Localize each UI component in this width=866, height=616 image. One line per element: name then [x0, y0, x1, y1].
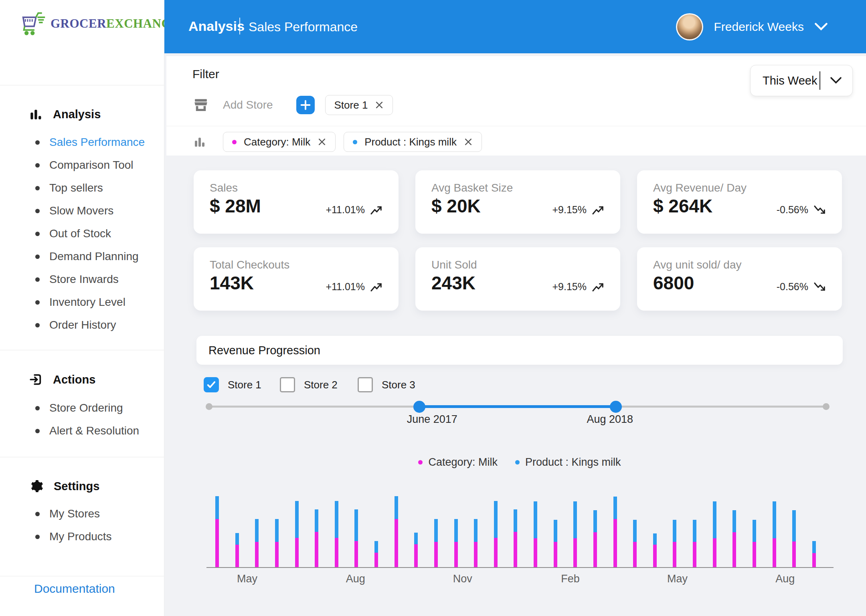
stat-label: Avg unit sold/ day [653, 259, 742, 271]
period-divider [819, 71, 820, 90]
sidebar-item-order-history[interactable]: Order History [35, 319, 116, 331]
x-axis-line [206, 567, 834, 568]
category-filter-chip[interactable]: Category: Milk [223, 132, 336, 152]
sidebar-item-sales-performance[interactable]: Sales Performance [35, 136, 145, 149]
chart-bar [753, 520, 756, 567]
close-icon[interactable] [375, 101, 384, 109]
columns-chart-icon [192, 135, 207, 149]
chart-bar [773, 501, 776, 567]
sidebar-item-slow-movers[interactable]: Slow Movers [35, 204, 113, 217]
slider-handle-end[interactable] [610, 401, 622, 413]
add-store-button[interactable] [296, 96, 315, 114]
x-axis-label: Feb [561, 573, 580, 585]
trending-up-icon [370, 282, 382, 292]
x-axis-labels: MayAugNovFebMayAug [206, 573, 833, 589]
legend-item-product: Product : Kings milk [515, 456, 621, 469]
store-filter-row: Add Store Store 1 [192, 95, 393, 115]
legend-label: Product : Kings milk [525, 456, 621, 469]
section-title: Analysis [53, 108, 101, 121]
main-content: Filter Add Store Store 1 [164, 53, 866, 616]
chart-bar [554, 520, 557, 567]
documentation-link[interactable]: Documentation [34, 582, 115, 596]
revenue-bar-chart [206, 495, 833, 567]
user-menu[interactable]: Frederick Weeks [676, 0, 828, 53]
bars-container [215, 495, 816, 567]
revenue-progression-card: Revenue Progression [196, 336, 843, 365]
trending-up-icon [592, 282, 604, 292]
stat-card-sales: Sales $ 28M +11.01% [194, 170, 399, 234]
chart-bar [732, 510, 736, 567]
sidebar-item-my-stores[interactable]: My Stores [35, 507, 100, 520]
category-filter-row: Category: Milk Product : Kings milk [192, 131, 482, 152]
stat-change: -0.56% [777, 281, 826, 293]
sidebar-item-label: Store Ordering [49, 402, 123, 414]
sidebar-item-store-inwards[interactable]: Store Inwards [35, 273, 119, 286]
x-axis-label: Aug [346, 573, 365, 585]
avatar[interactable] [676, 13, 703, 40]
sidebar-divider [0, 85, 164, 85]
chart-legend: Category: Milk Product : Kings milk [206, 456, 833, 469]
checkbox-icon[interactable] [358, 377, 373, 392]
legend-label: Category: Milk [428, 456, 498, 469]
close-icon[interactable] [464, 137, 473, 146]
bar-chart-icon [29, 107, 42, 121]
chart-bar [534, 501, 537, 567]
checkbox-label: Store 1 [228, 379, 261, 391]
bullet-icon [35, 406, 40, 410]
sidebar-divider [0, 350, 164, 350]
legend-dot-blue [515, 460, 520, 465]
stat-card-total-checkouts: Total Checkouts 143K +11.01% [194, 247, 399, 311]
sidebar-item-comparison-tool[interactable]: Comparison Tool [35, 159, 134, 172]
stat-card-avg-basket: Avg Basket Size $ 20K +9.15% [415, 170, 620, 234]
sidebar-item-label: Slow Movers [49, 204, 113, 217]
checkbox-icon[interactable] [280, 377, 295, 392]
checkbox-icon[interactable] [204, 377, 219, 392]
product-filter-chip[interactable]: Product : Kings milk [344, 132, 482, 152]
sidebar-section-settings: Settings [29, 479, 99, 493]
chart-bar [474, 519, 478, 567]
sidebar-item-top-sellers[interactable]: Top sellers [35, 182, 103, 194]
chip-label: Category: Milk [244, 136, 310, 148]
bullet-icon [35, 277, 40, 282]
sidebar-item-my-products[interactable]: My Products [35, 530, 112, 543]
chevron-down-icon [814, 22, 828, 31]
chevron-down-icon [830, 77, 842, 85]
trending-down-icon [814, 282, 826, 292]
chart-bar [573, 501, 577, 567]
sidebar-item-out-of-stock[interactable]: Out of Stock [35, 227, 111, 240]
sidebar-item-inventory-level[interactable]: Inventory Level [35, 296, 125, 309]
chart-bar [792, 510, 796, 567]
chart-bar [812, 541, 816, 567]
chart-bar [633, 520, 637, 567]
actions-icon [29, 373, 42, 386]
sidebar-item-demand-planning[interactable]: Demand Planning [35, 250, 139, 263]
revenue-progression-title: Revenue Progression [208, 344, 320, 357]
slider-start-label: June 2017 [407, 413, 457, 426]
page-title: Sales Performance [249, 20, 358, 34]
sidebar-item-alert-resolution[interactable]: Alert & Resolution [35, 424, 139, 437]
sidebar-item-store-ordering[interactable]: Store Ordering [35, 402, 123, 414]
store2-checkbox[interactable]: Store 2 [280, 377, 338, 392]
sidebar-item-label: My Stores [49, 507, 100, 520]
sidebar-item-label: Demand Planning [49, 250, 139, 263]
period-selector[interactable]: This Week [750, 65, 853, 96]
chart-bar [235, 533, 239, 567]
chart-bar [354, 509, 358, 567]
chart-bar [374, 541, 378, 567]
date-range-slider[interactable] [206, 398, 829, 422]
slider-handle-start[interactable] [413, 401, 425, 413]
bullet-icon [35, 512, 40, 516]
slider-end-dot-left [206, 403, 212, 410]
store1-checkbox[interactable]: Store 1 [204, 377, 261, 392]
sidebar-item-label: My Products [49, 530, 112, 543]
bullet-icon [35, 232, 40, 236]
sidebar-item-label: Inventory Level [49, 296, 125, 309]
store-filter-chip[interactable]: Store 1 [325, 95, 393, 115]
chip-label: Store 1 [334, 99, 368, 111]
store3-checkbox[interactable]: Store 3 [358, 377, 415, 392]
stat-value: $ 28M [210, 195, 261, 217]
chart-bar [414, 533, 418, 567]
close-icon[interactable] [318, 137, 326, 146]
chart-bar [275, 519, 279, 567]
chart-bar [295, 501, 299, 567]
